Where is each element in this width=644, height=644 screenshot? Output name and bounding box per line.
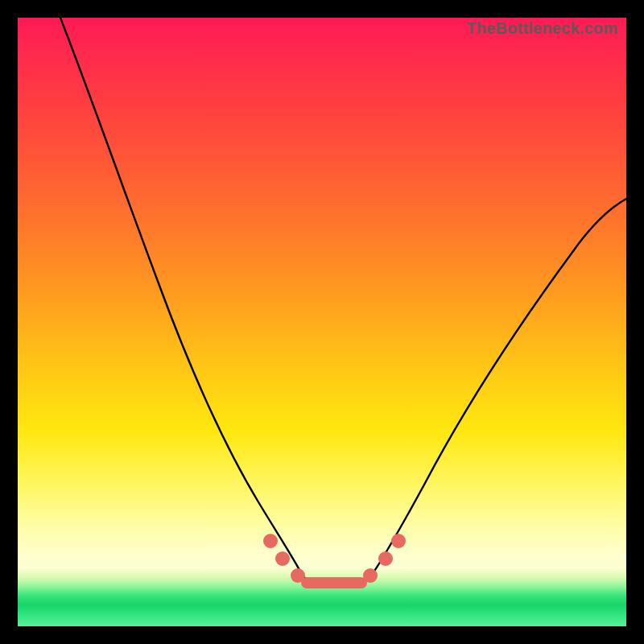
right-curve <box>370 199 626 577</box>
chart-frame: TheBottleneck.com <box>0 0 644 644</box>
chart-plot-area: TheBottleneck.com <box>18 18 626 626</box>
chart-svg <box>18 18 626 626</box>
marker-dot <box>391 534 406 548</box>
marker-pill <box>301 577 367 588</box>
left-curve <box>60 18 303 577</box>
marker-dot <box>263 534 278 548</box>
marker-dot <box>275 551 290 566</box>
marker-dot <box>378 551 393 566</box>
